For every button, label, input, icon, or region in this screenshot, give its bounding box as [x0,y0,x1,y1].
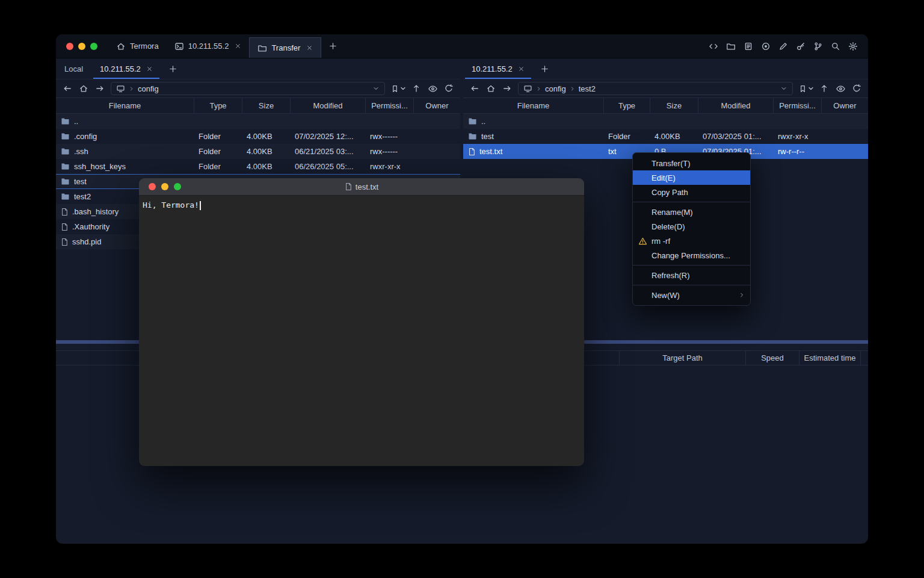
file-icon [345,182,352,191]
editor-content[interactable]: Hi, Termora! [139,196,584,215]
editor-maximize-button[interactable] [174,183,181,190]
refresh-icon [444,84,454,93]
tab-close-icon[interactable] [146,66,153,72]
minimize-button[interactable] [78,43,85,50]
close-button[interactable] [66,43,73,50]
tab-close-icon[interactable] [306,45,313,51]
forward-button[interactable] [502,83,513,94]
menu-item-edit[interactable]: Edit(E) [633,170,750,185]
app-tabs: Termora 10.211.55.2 Transfer [108,34,345,58]
maximize-button[interactable] [90,43,97,50]
new-tab-button[interactable] [321,34,345,58]
tab-host[interactable]: 10.211.55.2 [167,34,250,58]
path-segment[interactable]: test2 [579,84,596,93]
tab-close-icon[interactable] [518,66,525,72]
forward-button[interactable] [94,83,105,94]
refresh-button[interactable] [443,83,454,94]
column-header[interactable]: Estimated time [799,351,861,365]
column-header[interactable]: Owner [822,98,868,113]
file-row[interactable]: .. [463,114,868,129]
column-header[interactable]: Filename [56,98,194,113]
type-cell: Folder [194,162,242,171]
menu-item-new[interactable]: New(W) [633,288,750,302]
clipboard-icon[interactable] [743,41,754,52]
filename-cell: .. [56,117,194,126]
file-row[interactable]: test Folder 4.00KB 07/03/2025 01:... rwx… [463,129,868,144]
bookmark-button[interactable] [798,84,813,93]
chevron-down-icon[interactable] [372,85,380,92]
record-icon[interactable] [760,41,771,52]
editor-window: test.txt Hi, Termora! [139,178,584,466]
menu-item-delete[interactable]: Delete(D) [633,219,750,234]
menu-item-rm-rf[interactable]: rm -rf [633,234,750,248]
file-row[interactable]: .config Folder 4.00KB 07/02/2025 12:... … [56,129,460,144]
titlebar-toolbar [708,41,868,52]
tab-remote-host[interactable]: 10.211.55.2 [463,58,533,79]
tab-termora[interactable]: Termora [108,34,167,58]
back-button[interactable] [62,83,73,94]
file-row[interactable]: ssh_host_keys Folder 4.00KB 06/26/2025 0… [56,159,460,174]
tab-transfer[interactable]: Transfer [249,37,321,58]
column-header[interactable]: Modified [291,98,366,113]
up-directory-button[interactable] [819,83,830,94]
editor-minimize-button[interactable] [161,183,168,190]
plus-icon [168,64,177,73]
column-header[interactable]: Permissi... [366,98,414,113]
column-header[interactable]: Type [194,98,242,113]
column-header[interactable]: Size [242,98,291,113]
column-header[interactable]: Type [604,98,650,113]
menu-item-transfer[interactable]: Transfer(T) [633,156,750,170]
refresh-button[interactable] [851,83,862,94]
editor-titlebar[interactable]: test.txt [139,178,584,196]
folder-icon [61,117,70,125]
tab-close-icon[interactable] [235,43,241,49]
new-panel-tab-button[interactable] [533,58,556,79]
home-button[interactable] [78,83,89,94]
path-segment[interactable]: config [545,84,566,93]
new-panel-tab-button[interactable] [161,58,185,79]
menu-item-copy-path[interactable]: Copy Path [633,185,750,199]
column-header[interactable]: Size [650,98,698,113]
up-directory-button[interactable] [411,83,422,94]
bookmark-button[interactable] [390,84,405,93]
path-segment[interactable]: config [138,84,159,93]
bookmark-icon [390,84,399,93]
code-icon[interactable] [708,41,719,52]
key-icon[interactable] [795,41,806,52]
menu-item-rename[interactable]: Rename(M) [633,205,750,219]
tab-local[interactable]: Local [56,58,91,79]
branch-icon[interactable] [813,41,824,52]
home-icon [116,42,126,51]
window-controls [56,43,108,50]
column-header[interactable]: Owner [414,98,460,113]
tab-remote-host[interactable]: 10.211.55.2 [91,58,161,79]
show-hidden-button[interactable] [427,83,438,94]
column-header[interactable]: Speed [746,351,799,365]
show-hidden-button[interactable] [835,83,846,94]
file-row[interactable]: .. [56,114,460,129]
menu-item-refresh[interactable]: Refresh(R) [633,268,750,282]
column-header[interactable]: Target Path [620,351,746,365]
menu-item-change-permissions[interactable]: Change Permissions... [633,248,750,263]
chevron-down-icon[interactable] [780,85,787,92]
gear-icon[interactable] [848,41,858,52]
file-row[interactable]: .ssh Folder 4.00KB 06/21/2025 03:... rwx… [56,144,460,159]
file-icon [468,148,475,156]
back-button[interactable] [469,83,480,94]
right-path-bar[interactable]: config test2 [518,82,793,95]
menu-separator [633,265,750,266]
home-icon [79,84,88,93]
column-header[interactable]: Filename [463,98,604,113]
permissions-cell: rw-r--r-- [774,147,822,156]
left-path-bar[interactable]: config [111,82,385,95]
search-icon[interactable] [830,41,841,52]
home-button[interactable] [485,83,496,94]
editor-close-button[interactable] [149,183,156,190]
column-header[interactable]: Permissi... [774,98,822,113]
arrow-left-icon [63,84,72,93]
arrow-left-icon [470,84,479,93]
right-table-header: Filename Type Size Modified Permissi... … [463,98,868,114]
pencil-icon[interactable] [778,41,789,52]
folder-icon[interactable] [725,41,736,52]
column-header[interactable]: Modified [698,98,774,113]
